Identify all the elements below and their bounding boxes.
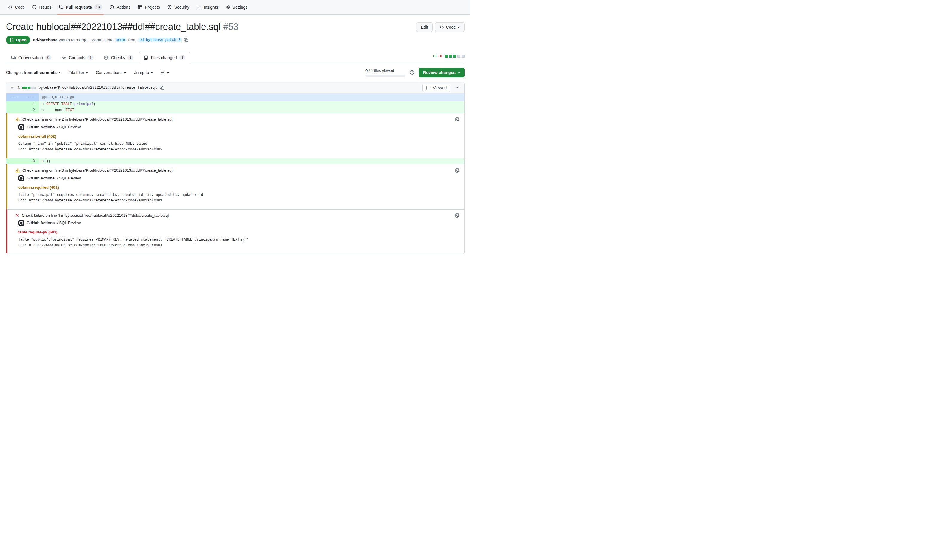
hunk-header-text: @@ -0,0 +1,3 @@ xyxy=(38,94,464,101)
check-body-line: Doc: https://www.bytebase.com/docs/refer… xyxy=(18,243,162,248)
copy-file-path-icon[interactable] xyxy=(160,85,165,90)
expand-hunk-button[interactable]: ··· xyxy=(22,94,38,101)
tab-conversation[interactable]: Conversation 0 xyxy=(6,52,57,63)
gear-icon xyxy=(225,5,230,9)
check-run-icon[interactable] xyxy=(455,168,460,173)
code-line[interactable]: + name TEXT xyxy=(38,107,464,113)
check-body-line: Table "public"."principal" requires PRIM… xyxy=(18,238,248,242)
chevron-down-icon xyxy=(86,72,88,74)
conversations-dropdown[interactable]: Conversations xyxy=(96,70,126,75)
chevron-down-icon xyxy=(58,72,61,74)
code-line[interactable]: +CREATE TABLE principal( xyxy=(38,101,464,107)
pr-number: #53 xyxy=(223,22,238,32)
nav-item-insights[interactable]: Insights xyxy=(194,0,221,14)
new-line-number[interactable]: 3 xyxy=(22,158,38,164)
code-token: ( xyxy=(94,102,95,106)
code-line[interactable]: +); xyxy=(38,158,464,164)
code-icon xyxy=(440,25,444,29)
expand-hunk-button[interactable]: ··· xyxy=(6,94,22,101)
tab-commits[interactable]: Commits 1 xyxy=(57,52,99,63)
pr-author[interactable]: ed-bytebase xyxy=(33,38,58,42)
nav-label: Code xyxy=(15,3,25,12)
file-path[interactable]: bytebase/Prod/hublocal##20221013##ddl##c… xyxy=(38,86,157,90)
tab-label: Checks xyxy=(111,55,125,60)
code-button[interactable]: Code xyxy=(435,22,464,32)
jump-to-label: Jump to xyxy=(134,70,149,75)
pull-request-icon xyxy=(9,38,14,42)
old-line-number[interactable] xyxy=(6,107,22,113)
collapse-file-chevron-icon[interactable] xyxy=(9,85,15,91)
code-button-label: Code xyxy=(446,25,456,29)
review-changes-button[interactable]: Review changes xyxy=(419,68,464,77)
tab-count-badge: 0 xyxy=(45,55,52,60)
nav-item-projects[interactable]: Projects xyxy=(135,0,163,14)
old-line-number[interactable] xyxy=(6,101,22,107)
code-token: TEXT xyxy=(66,108,74,112)
check-run-icon[interactable] xyxy=(455,213,460,218)
base-branch-label[interactable]: main xyxy=(115,38,126,42)
check-body: Column "name" in "public"."principal" ca… xyxy=(18,141,460,152)
viewed-toggle[interactable]: Viewed xyxy=(423,83,451,92)
diff-line-2: 2 + name TEXT xyxy=(6,107,464,113)
check-rule-heading: table.require-pk (601) xyxy=(18,230,460,234)
nav-label: Projects xyxy=(145,3,160,12)
nav-item-security[interactable]: Security xyxy=(164,0,192,14)
edit-button[interactable]: Edit xyxy=(416,22,432,32)
status-badge: Open xyxy=(6,36,30,44)
diff-settings-dropdown[interactable] xyxy=(161,70,169,75)
nav-item-settings[interactable]: Settings xyxy=(222,0,251,14)
kebab-menu-icon[interactable] xyxy=(454,85,462,90)
check-app-name[interactable]: GitHub Actions xyxy=(26,221,55,225)
project-table-icon xyxy=(138,5,142,9)
check-app-name[interactable]: GitHub Actions xyxy=(26,125,55,129)
check-run-icon[interactable] xyxy=(455,117,460,122)
nav-item-code[interactable]: Code xyxy=(5,0,28,14)
changes-from-dropdown[interactable]: Changes from all commits xyxy=(6,70,61,75)
code-token: CREATE TABLE xyxy=(46,102,72,106)
tab-label: Files changed xyxy=(151,55,177,60)
jump-to-dropdown[interactable]: Jump to xyxy=(134,70,153,75)
nav-label: Insights xyxy=(204,3,218,12)
diffstat-block xyxy=(22,86,25,89)
info-icon[interactable] xyxy=(410,70,415,75)
copy-branch-icon[interactable] xyxy=(184,38,189,42)
old-line-number[interactable] xyxy=(6,158,22,164)
head-branch-label[interactable]: ed-bytebase-patch-2 xyxy=(138,38,182,42)
nav-item-actions[interactable]: Actions xyxy=(106,0,134,14)
page-title: Create hublocal##20221013##ddl##create_t… xyxy=(6,21,238,33)
nav-item-issues[interactable]: Issues xyxy=(29,0,54,14)
tab-checks[interactable]: Checks 1 xyxy=(99,52,138,63)
graph-icon xyxy=(197,5,201,9)
nav-item-pull-requests[interactable]: Pull requests 24 xyxy=(55,0,105,14)
comment-discussion-icon xyxy=(11,55,16,60)
check-title-text: Check warning on line 2 in bytebase/Prod… xyxy=(22,117,172,122)
diffstat-block xyxy=(457,55,460,58)
diffstat-block xyxy=(453,55,456,58)
check-title-text: Check failure on line 3 in bytebase/Prod… xyxy=(22,213,169,218)
check-body: Table "public"."principal" requires PRIM… xyxy=(18,237,460,248)
check-annotation-warning-402: Check warning on line 2 in bytebase/Prod… xyxy=(6,113,464,158)
check-context: / SQL Review xyxy=(57,221,81,225)
diffstat: +3 −0 xyxy=(433,54,464,61)
chevron-down-icon xyxy=(458,27,460,28)
check-annotation-failure-601: Check failure on line 3 in bytebase/Prod… xyxy=(6,209,464,254)
file-filter-dropdown[interactable]: File filter xyxy=(68,70,88,75)
diff-line-1: 1 +CREATE TABLE principal( xyxy=(6,101,464,107)
conversations-label: Conversations xyxy=(96,70,123,75)
new-line-number[interactable]: 2 xyxy=(22,107,38,113)
check-annotation-warning-401: Check warning on line 3 in bytebase/Prod… xyxy=(6,164,464,209)
git-commit-icon xyxy=(62,55,66,60)
merge-text-from: from xyxy=(128,38,137,42)
tab-files-changed[interactable]: Files changed 1 xyxy=(138,52,191,63)
check-context: / SQL Review xyxy=(57,176,81,180)
edit-button-label: Edit xyxy=(421,25,428,29)
check-body-line: Doc: https://www.bytebase.com/docs/refer… xyxy=(18,148,162,152)
check-app-name[interactable]: GitHub Actions xyxy=(26,176,55,180)
diffstat-block xyxy=(461,55,464,58)
nav-label: Settings xyxy=(232,3,248,12)
viewed-checkbox[interactable] xyxy=(426,86,431,90)
new-line-number[interactable]: 1 xyxy=(22,101,38,107)
pull-request-icon xyxy=(58,5,63,9)
file-header: 3 bytebase/Prod/hublocal##20221013##ddl#… xyxy=(6,82,464,94)
alert-triangle-icon xyxy=(15,168,20,173)
